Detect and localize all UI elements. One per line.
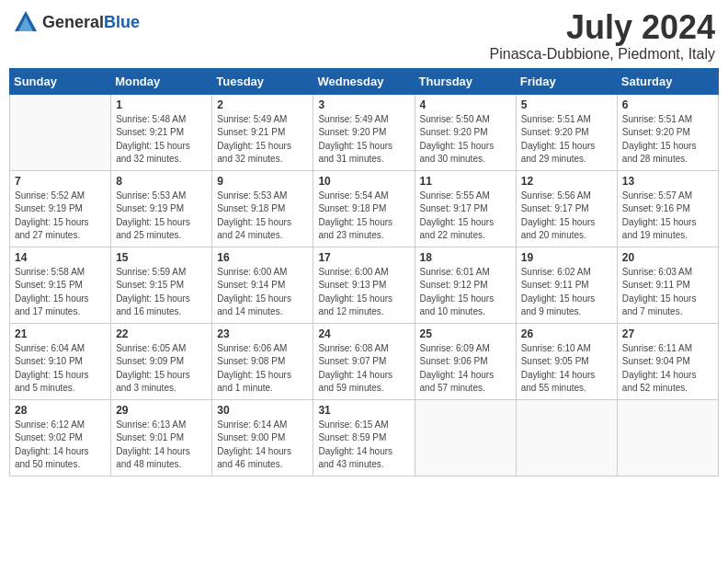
calendar-cell: 10Sunrise: 5:54 AM Sunset: 9:18 PM Dayli… <box>313 170 415 247</box>
day-info: Sunrise: 5:58 AM Sunset: 9:15 PM Dayligh… <box>15 266 106 319</box>
calendar-cell: 29Sunrise: 6:13 AM Sunset: 9:01 PM Dayli… <box>111 399 212 476</box>
calendar-cell: 31Sunrise: 6:15 AM Sunset: 8:59 PM Dayli… <box>313 399 415 476</box>
calendar-table: Sunday Monday Tuesday Wednesday Thursday… <box>9 68 719 477</box>
day-number: 16 <box>217 251 308 264</box>
day-info: Sunrise: 5:49 AM Sunset: 9:21 PM Dayligh… <box>217 113 308 167</box>
day-info: Sunrise: 6:01 AM Sunset: 9:12 PM Dayligh… <box>420 266 511 319</box>
day-info: Sunrise: 6:10 AM Sunset: 9:05 PM Dayligh… <box>521 342 612 396</box>
calendar-cell: 19Sunrise: 6:02 AM Sunset: 9:11 PM Dayli… <box>516 247 617 323</box>
calendar-cell: 11Sunrise: 5:55 AM Sunset: 9:17 PM Dayli… <box>415 170 516 247</box>
day-number: 3 <box>318 98 409 111</box>
col-wednesday: Wednesday <box>313 68 415 94</box>
logo-text: GeneralBlue <box>42 13 140 32</box>
day-number: 10 <box>318 175 409 188</box>
day-number: 2 <box>217 98 308 111</box>
location-title: Pinasca-Dubbione, Piedmont, Italy <box>490 46 715 63</box>
day-info: Sunrise: 6:06 AM Sunset: 9:08 PM Dayligh… <box>217 342 308 396</box>
calendar-cell: 15Sunrise: 5:59 AM Sunset: 9:15 PM Dayli… <box>111 247 212 323</box>
calendar-cell: 20Sunrise: 6:03 AM Sunset: 9:11 PM Dayli… <box>617 247 718 323</box>
day-number: 9 <box>217 175 308 188</box>
col-tuesday: Tuesday <box>212 68 313 94</box>
calendar-week-row: 7Sunrise: 5:52 AM Sunset: 9:19 PM Daylig… <box>10 170 719 247</box>
day-info: Sunrise: 6:14 AM Sunset: 9:00 PM Dayligh… <box>217 419 308 472</box>
calendar-cell: 13Sunrise: 5:57 AM Sunset: 9:16 PM Dayli… <box>617 170 718 247</box>
day-info: Sunrise: 5:56 AM Sunset: 9:17 PM Dayligh… <box>521 190 612 243</box>
calendar-week-row: 14Sunrise: 5:58 AM Sunset: 9:15 PM Dayli… <box>10 247 719 323</box>
day-number: 19 <box>521 251 612 264</box>
calendar-cell: 18Sunrise: 6:01 AM Sunset: 9:12 PM Dayli… <box>415 247 516 323</box>
day-number: 5 <box>521 98 612 111</box>
calendar-cell: 26Sunrise: 6:10 AM Sunset: 9:05 PM Dayli… <box>516 323 617 399</box>
day-info: Sunrise: 6:00 AM Sunset: 9:14 PM Dayligh… <box>217 266 308 319</box>
calendar-cell: 21Sunrise: 6:04 AM Sunset: 9:10 PM Dayli… <box>10 323 111 399</box>
day-info: Sunrise: 6:00 AM Sunset: 9:13 PM Dayligh… <box>318 266 409 319</box>
calendar-cell: 1Sunrise: 5:48 AM Sunset: 9:21 PM Daylig… <box>111 94 212 170</box>
day-info: Sunrise: 5:53 AM Sunset: 9:18 PM Dayligh… <box>217 190 308 243</box>
col-friday: Friday <box>516 68 617 94</box>
calendar-cell: 24Sunrise: 6:08 AM Sunset: 9:07 PM Dayli… <box>313 323 415 399</box>
day-number: 20 <box>622 251 713 264</box>
calendar-cell: 2Sunrise: 5:49 AM Sunset: 9:21 PM Daylig… <box>212 94 313 170</box>
calendar-cell <box>617 399 718 476</box>
logo-general: General <box>42 13 104 31</box>
day-number: 28 <box>15 404 106 417</box>
calendar-cell <box>516 399 617 476</box>
calendar-week-row: 1Sunrise: 5:48 AM Sunset: 9:21 PM Daylig… <box>10 94 719 170</box>
col-saturday: Saturday <box>617 68 718 94</box>
calendar-cell: 4Sunrise: 5:50 AM Sunset: 9:20 PM Daylig… <box>415 94 516 170</box>
day-number: 15 <box>116 251 207 264</box>
day-info: Sunrise: 5:57 AM Sunset: 9:16 PM Dayligh… <box>622 190 713 243</box>
day-number: 17 <box>318 251 409 264</box>
day-info: Sunrise: 5:48 AM Sunset: 9:21 PM Dayligh… <box>116 113 207 167</box>
month-title: July 2024 <box>490 9 715 46</box>
day-number: 27 <box>622 327 713 340</box>
day-number: 26 <box>521 327 612 340</box>
day-number: 25 <box>420 327 511 340</box>
day-info: Sunrise: 5:55 AM Sunset: 9:17 PM Dayligh… <box>420 190 511 243</box>
calendar-cell: 6Sunrise: 5:51 AM Sunset: 9:20 PM Daylig… <box>617 94 718 170</box>
day-info: Sunrise: 6:13 AM Sunset: 9:01 PM Dayligh… <box>116 419 207 472</box>
day-number: 30 <box>217 404 308 417</box>
calendar-cell <box>10 94 111 170</box>
day-number: 14 <box>15 251 106 264</box>
calendar-cell: 14Sunrise: 5:58 AM Sunset: 9:15 PM Dayli… <box>10 247 111 323</box>
calendar-cell <box>415 399 516 476</box>
day-info: Sunrise: 6:04 AM Sunset: 9:10 PM Dayligh… <box>15 342 106 396</box>
calendar-cell: 27Sunrise: 6:11 AM Sunset: 9:04 PM Dayli… <box>617 323 718 399</box>
day-info: Sunrise: 6:09 AM Sunset: 9:06 PM Dayligh… <box>420 342 511 396</box>
calendar-cell: 22Sunrise: 6:05 AM Sunset: 9:09 PM Dayli… <box>111 323 212 399</box>
calendar-cell: 8Sunrise: 5:53 AM Sunset: 9:19 PM Daylig… <box>111 170 212 247</box>
day-info: Sunrise: 6:11 AM Sunset: 9:04 PM Dayligh… <box>622 342 713 396</box>
day-info: Sunrise: 6:15 AM Sunset: 8:59 PM Dayligh… <box>318 419 409 472</box>
day-info: Sunrise: 6:05 AM Sunset: 9:09 PM Dayligh… <box>116 342 207 396</box>
calendar-week-row: 28Sunrise: 6:12 AM Sunset: 9:02 PM Dayli… <box>10 399 719 476</box>
day-info: Sunrise: 5:50 AM Sunset: 9:20 PM Dayligh… <box>420 113 511 167</box>
day-number: 7 <box>15 175 106 188</box>
calendar-week-row: 21Sunrise: 6:04 AM Sunset: 9:10 PM Dayli… <box>10 323 719 399</box>
day-number: 12 <box>521 175 612 188</box>
calendar-cell: 28Sunrise: 6:12 AM Sunset: 9:02 PM Dayli… <box>10 399 111 476</box>
calendar-cell: 3Sunrise: 5:49 AM Sunset: 9:20 PM Daylig… <box>313 94 415 170</box>
day-number: 23 <box>217 327 308 340</box>
calendar-header-row: Sunday Monday Tuesday Wednesday Thursday… <box>10 68 719 94</box>
calendar-cell: 17Sunrise: 6:00 AM Sunset: 9:13 PM Dayli… <box>313 247 415 323</box>
day-info: Sunrise: 5:51 AM Sunset: 9:20 PM Dayligh… <box>622 113 713 167</box>
day-number: 4 <box>420 98 511 111</box>
day-info: Sunrise: 6:03 AM Sunset: 9:11 PM Dayligh… <box>622 266 713 319</box>
day-info: Sunrise: 6:08 AM Sunset: 9:07 PM Dayligh… <box>318 342 409 396</box>
calendar-cell: 9Sunrise: 5:53 AM Sunset: 9:18 PM Daylig… <box>212 170 313 247</box>
col-monday: Monday <box>111 68 212 94</box>
day-number: 13 <box>622 175 713 188</box>
col-thursday: Thursday <box>415 68 516 94</box>
day-number: 1 <box>116 98 207 111</box>
day-info: Sunrise: 5:51 AM Sunset: 9:20 PM Dayligh… <box>521 113 612 167</box>
day-info: Sunrise: 5:52 AM Sunset: 9:19 PM Dayligh… <box>15 190 106 243</box>
calendar-cell: 23Sunrise: 6:06 AM Sunset: 9:08 PM Dayli… <box>212 323 313 399</box>
day-info: Sunrise: 5:49 AM Sunset: 9:20 PM Dayligh… <box>318 113 409 167</box>
day-number: 22 <box>116 327 207 340</box>
calendar-cell: 16Sunrise: 6:00 AM Sunset: 9:14 PM Dayli… <box>212 247 313 323</box>
day-number: 31 <box>318 404 409 417</box>
day-info: Sunrise: 6:12 AM Sunset: 9:02 PM Dayligh… <box>15 419 106 472</box>
calendar-cell: 30Sunrise: 6:14 AM Sunset: 9:00 PM Dayli… <box>212 399 313 476</box>
logo-icon <box>13 9 39 35</box>
